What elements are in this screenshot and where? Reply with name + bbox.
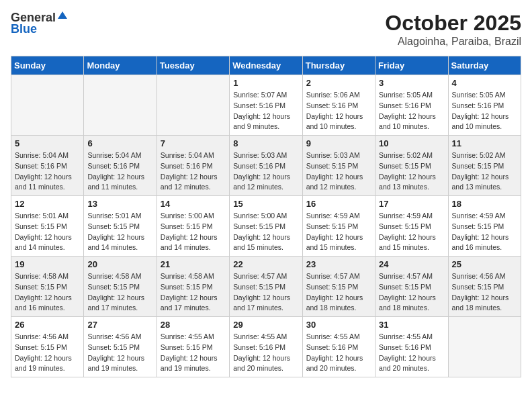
calendar-cell: 21Sunrise: 4:58 AM Sunset: 5:15 PM Dayli…	[157, 257, 229, 317]
day-info: Sunrise: 4:57 AM Sunset: 5:15 PM Dayligh…	[379, 271, 444, 314]
title-block: October 2025 Alagoinha, Paraiba, Brazil	[385, 11, 521, 48]
day-number: 7	[161, 138, 226, 148]
calendar-cell: 1Sunrise: 5:07 AM Sunset: 5:16 PM Daylig…	[230, 75, 302, 136]
calendar-cell: 18Sunrise: 4:59 AM Sunset: 5:15 PM Dayli…	[448, 196, 521, 257]
day-number: 26	[15, 320, 80, 330]
day-number: 28	[161, 320, 226, 330]
calendar-week-row: 12Sunrise: 5:01 AM Sunset: 5:15 PM Dayli…	[11, 196, 521, 257]
calendar-cell: 2Sunrise: 5:06 AM Sunset: 5:16 PM Daylig…	[302, 75, 375, 136]
day-info: Sunrise: 5:05 AM Sunset: 5:16 PM Dayligh…	[452, 90, 517, 132]
day-number: 4	[452, 78, 517, 88]
day-info: Sunrise: 4:56 AM Sunset: 5:15 PM Dayligh…	[452, 271, 517, 314]
calendar-cell: 9Sunrise: 5:03 AM Sunset: 5:15 PM Daylig…	[302, 136, 375, 196]
day-info: Sunrise: 5:04 AM Sunset: 5:16 PM Dayligh…	[15, 150, 80, 193]
calendar-week-row: 26Sunrise: 4:56 AM Sunset: 5:15 PM Dayli…	[11, 317, 521, 377]
logo-blue-text: Blue	[11, 22, 37, 36]
calendar-cell: 11Sunrise: 5:02 AM Sunset: 5:15 PM Dayli…	[448, 136, 521, 196]
calendar-cell: 5Sunrise: 5:04 AM Sunset: 5:16 PM Daylig…	[11, 136, 84, 196]
day-info: Sunrise: 5:02 AM Sunset: 5:15 PM Dayligh…	[379, 150, 444, 193]
day-number: 9	[306, 138, 371, 148]
calendar-cell: 26Sunrise: 4:56 AM Sunset: 5:15 PM Dayli…	[11, 317, 84, 377]
day-number: 19	[15, 259, 80, 269]
calendar-cell: 12Sunrise: 5:01 AM Sunset: 5:15 PM Dayli…	[11, 196, 84, 257]
day-info: Sunrise: 4:59 AM Sunset: 5:15 PM Dayligh…	[306, 211, 371, 253]
calendar-cell: 15Sunrise: 5:00 AM Sunset: 5:15 PM Dayli…	[230, 196, 302, 257]
calendar-cell: 20Sunrise: 4:58 AM Sunset: 5:15 PM Dayli…	[84, 257, 157, 317]
calendar-cell: 31Sunrise: 4:55 AM Sunset: 5:16 PM Dayli…	[375, 317, 448, 377]
day-info: Sunrise: 4:56 AM Sunset: 5:15 PM Dayligh…	[87, 332, 152, 374]
day-info: Sunrise: 4:57 AM Sunset: 5:15 PM Dayligh…	[233, 271, 298, 314]
calendar-location: Alagoinha, Paraiba, Brazil	[385, 36, 521, 48]
calendar-cell: 19Sunrise: 4:58 AM Sunset: 5:15 PM Dayli…	[11, 257, 84, 317]
day-number: 12	[15, 199, 80, 209]
weekday-header-friday: Friday	[375, 56, 448, 75]
day-number: 2	[306, 78, 371, 88]
day-number: 23	[306, 259, 371, 269]
day-info: Sunrise: 5:03 AM Sunset: 5:16 PM Dayligh…	[233, 150, 298, 193]
calendar-week-row: 19Sunrise: 4:58 AM Sunset: 5:15 PM Dayli…	[11, 257, 521, 317]
calendar-cell: 28Sunrise: 4:55 AM Sunset: 5:15 PM Dayli…	[157, 317, 229, 377]
weekday-header-saturday: Saturday	[448, 56, 521, 75]
page-header: General Blue October 2025 Alagoinha, Par…	[11, 11, 521, 48]
calendar-cell: 6Sunrise: 5:04 AM Sunset: 5:16 PM Daylig…	[84, 136, 157, 196]
calendar-cell	[448, 317, 521, 377]
day-info: Sunrise: 4:55 AM Sunset: 5:16 PM Dayligh…	[379, 332, 444, 374]
calendar-cell: 29Sunrise: 4:55 AM Sunset: 5:16 PM Dayli…	[230, 317, 302, 377]
day-info: Sunrise: 5:00 AM Sunset: 5:15 PM Dayligh…	[233, 211, 298, 253]
day-info: Sunrise: 5:04 AM Sunset: 5:16 PM Dayligh…	[161, 150, 226, 193]
day-number: 10	[379, 138, 444, 148]
day-info: Sunrise: 5:06 AM Sunset: 5:16 PM Dayligh…	[306, 90, 371, 132]
day-info: Sunrise: 4:58 AM Sunset: 5:15 PM Dayligh…	[87, 271, 152, 314]
calendar-cell: 14Sunrise: 5:00 AM Sunset: 5:15 PM Dayli…	[157, 196, 229, 257]
day-info: Sunrise: 4:55 AM Sunset: 5:16 PM Dayligh…	[233, 332, 298, 374]
calendar-week-row: 5Sunrise: 5:04 AM Sunset: 5:16 PM Daylig…	[11, 136, 521, 196]
calendar-cell: 3Sunrise: 5:05 AM Sunset: 5:16 PM Daylig…	[375, 75, 448, 136]
day-info: Sunrise: 5:01 AM Sunset: 5:15 PM Dayligh…	[15, 211, 80, 253]
day-info: Sunrise: 4:58 AM Sunset: 5:15 PM Dayligh…	[15, 271, 80, 314]
calendar-cell: 25Sunrise: 4:56 AM Sunset: 5:15 PM Dayli…	[448, 257, 521, 317]
day-number: 5	[15, 138, 80, 148]
calendar-cell: 13Sunrise: 5:01 AM Sunset: 5:15 PM Dayli…	[84, 196, 157, 257]
day-number: 25	[452, 259, 517, 269]
day-number: 20	[87, 259, 152, 269]
day-number: 18	[452, 199, 517, 209]
day-info: Sunrise: 5:00 AM Sunset: 5:15 PM Dayligh…	[161, 211, 226, 253]
calendar-cell: 22Sunrise: 4:57 AM Sunset: 5:15 PM Dayli…	[230, 257, 302, 317]
day-number: 29	[233, 320, 298, 330]
calendar-cell: 23Sunrise: 4:57 AM Sunset: 5:15 PM Dayli…	[302, 257, 375, 317]
calendar-week-row: 1Sunrise: 5:07 AM Sunset: 5:16 PM Daylig…	[11, 75, 521, 136]
weekday-header-monday: Monday	[84, 56, 157, 75]
day-info: Sunrise: 5:03 AM Sunset: 5:15 PM Dayligh…	[306, 150, 371, 193]
day-info: Sunrise: 4:57 AM Sunset: 5:15 PM Dayligh…	[306, 271, 371, 314]
day-number: 3	[379, 78, 444, 88]
day-number: 1	[233, 78, 298, 88]
day-info: Sunrise: 5:01 AM Sunset: 5:15 PM Dayligh…	[87, 211, 152, 253]
day-info: Sunrise: 4:55 AM Sunset: 5:15 PM Dayligh…	[161, 332, 226, 374]
day-number: 14	[161, 199, 226, 209]
calendar-cell	[84, 75, 157, 136]
logo: General Blue	[11, 11, 68, 36]
day-info: Sunrise: 4:59 AM Sunset: 5:15 PM Dayligh…	[379, 211, 444, 253]
day-number: 16	[306, 199, 371, 209]
day-info: Sunrise: 5:04 AM Sunset: 5:16 PM Dayligh…	[87, 150, 152, 193]
day-number: 27	[87, 320, 152, 330]
day-info: Sunrise: 5:02 AM Sunset: 5:15 PM Dayligh…	[452, 150, 517, 193]
calendar-cell: 10Sunrise: 5:02 AM Sunset: 5:15 PM Dayli…	[375, 136, 448, 196]
svg-marker-0	[58, 11, 67, 19]
weekday-header-wednesday: Wednesday	[230, 56, 302, 75]
day-number: 15	[233, 199, 298, 209]
day-number: 8	[233, 138, 298, 148]
day-info: Sunrise: 4:55 AM Sunset: 5:16 PM Dayligh…	[306, 332, 371, 374]
calendar-cell: 16Sunrise: 4:59 AM Sunset: 5:15 PM Dayli…	[302, 196, 375, 257]
logo-triangle-icon	[57, 10, 68, 24]
day-info: Sunrise: 4:58 AM Sunset: 5:15 PM Dayligh…	[161, 271, 226, 314]
day-info: Sunrise: 4:56 AM Sunset: 5:15 PM Dayligh…	[15, 332, 80, 374]
calendar-table: SundayMondayTuesdayWednesdayThursdayFrid…	[11, 56, 521, 377]
calendar-cell: 17Sunrise: 4:59 AM Sunset: 5:15 PM Dayli…	[375, 196, 448, 257]
day-info: Sunrise: 4:59 AM Sunset: 5:15 PM Dayligh…	[452, 211, 517, 253]
calendar-cell: 24Sunrise: 4:57 AM Sunset: 5:15 PM Dayli…	[375, 257, 448, 317]
weekday-header-sunday: Sunday	[11, 56, 84, 75]
day-number: 17	[379, 199, 444, 209]
weekday-header-tuesday: Tuesday	[157, 56, 229, 75]
calendar-cell: 8Sunrise: 5:03 AM Sunset: 5:16 PM Daylig…	[230, 136, 302, 196]
